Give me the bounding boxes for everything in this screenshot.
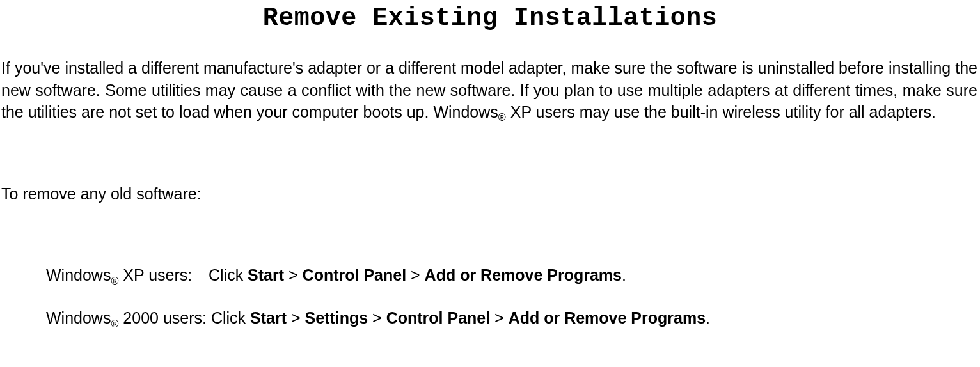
xp-control-panel: Control Panel (303, 266, 407, 284)
xp-os1: Windows (46, 266, 111, 284)
xp-gt2: > (406, 266, 425, 284)
xp-click: Click (209, 266, 248, 284)
xp-gt1: > (284, 266, 303, 284)
w2k-os1: Windows (46, 309, 111, 327)
w2k-gt1: > (287, 309, 305, 327)
xp-add-remove: Add or Remove Programs (425, 266, 622, 284)
step-xp: Windows® XP users:Click Start > Control … (46, 266, 980, 287)
w2k-gt2: > (368, 309, 386, 327)
w2k-control-panel: Control Panel (386, 309, 491, 327)
step-2000: Windows® 2000 users: Click Start > Setti… (46, 309, 980, 330)
w2k-start: Start (250, 309, 287, 327)
intro-text-2: XP users may use the built-in wireless u… (506, 103, 936, 121)
page-title: Remove Existing Installations (0, 4, 980, 33)
xp-dot: . (622, 266, 626, 284)
xp-os2: XP users: (118, 266, 192, 284)
w2k-settings: Settings (305, 309, 368, 327)
registered-mark: ® (111, 275, 118, 286)
w2k-gt3: > (490, 309, 509, 327)
intro-paragraph: If you've installed a different manufact… (1, 57, 977, 125)
registered-mark: ® (498, 111, 506, 123)
steps-block: Windows® XP users:Click Start > Control … (46, 266, 980, 330)
remove-lead: To remove any old software: (1, 185, 980, 203)
w2k-dot: . (706, 309, 710, 327)
xp-start: Start (248, 266, 284, 284)
w2k-add-remove: Add or Remove Programs (509, 309, 706, 327)
registered-mark: ® (111, 318, 118, 329)
w2k-os2: 2000 users: Click (118, 309, 250, 327)
step-xp-label: Windows® XP users: (46, 266, 209, 287)
